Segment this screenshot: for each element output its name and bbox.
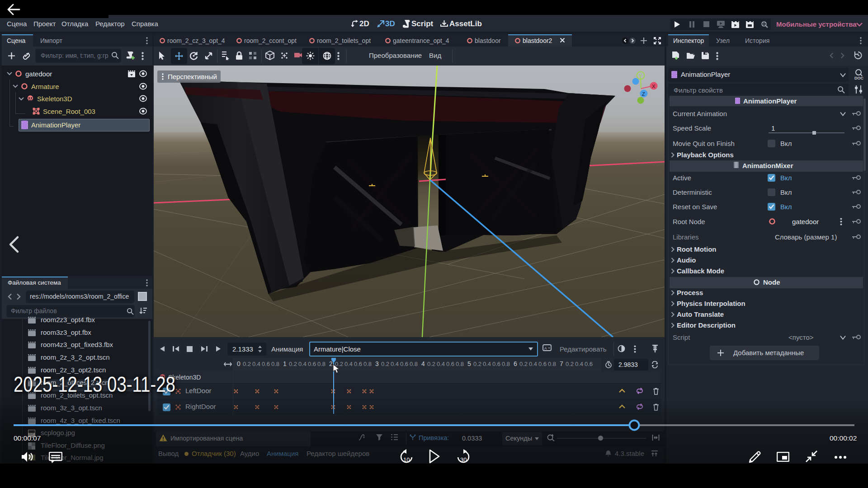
svg-text:DOC: DOC <box>854 76 863 80</box>
svg-text:Y: Y <box>639 73 642 79</box>
svg-text:Z: Z <box>642 91 645 97</box>
svg-text:A: A <box>544 346 547 351</box>
svg-text:Перспективный: Перспективный <box>168 73 217 80</box>
svg-text:X: X <box>652 84 656 89</box>
svg-text:10: 10 <box>403 456 410 463</box>
svg-text:30: 30 <box>460 456 467 463</box>
